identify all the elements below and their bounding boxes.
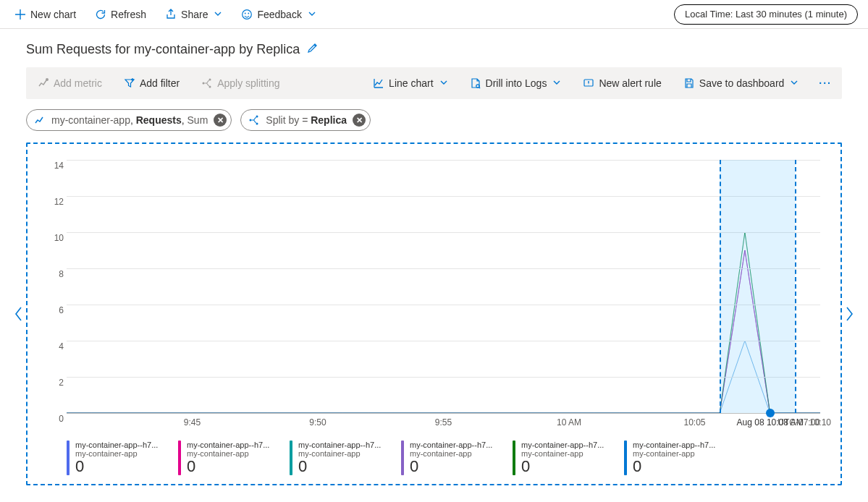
y-tick: 4: [42, 341, 64, 352]
time-range-picker[interactable]: Local Time: Last 30 minutes (1 minute): [674, 4, 858, 25]
split-chip-text: Split by = Replica: [266, 114, 347, 126]
chevron-down-icon: [214, 9, 222, 20]
metric-chip[interactable]: my-container-app, Requests, Sum ✕: [26, 109, 232, 131]
legend-series-name: my-container-app--h7...: [298, 441, 381, 449]
add-metric-label: Add metric: [54, 77, 102, 89]
alert-icon: [583, 77, 594, 89]
legend-series-name: my-container-app--h7...: [410, 441, 492, 449]
apply-splitting-button[interactable]: Apply splitting: [197, 72, 284, 95]
svg-point-10: [256, 116, 258, 118]
drill-logs-button[interactable]: Drill into Logs: [465, 72, 566, 95]
plus-icon: [14, 9, 26, 20]
save-dashboard-label: Save to dashboard: [699, 77, 785, 89]
feedback-label: Feedback: [257, 9, 301, 20]
legend: my-container-app--h7...my-container-app0…: [67, 441, 820, 475]
scroll-right-button[interactable]: [842, 142, 856, 485]
chevron-down-icon: [439, 77, 448, 89]
chart-toolbar: Add metric Add filter Apply splitting Li…: [26, 67, 842, 99]
legend-series-name: my-container-app--h7...: [633, 441, 715, 449]
legend-item[interactable]: my-container-app--h7...my-container-app0: [401, 441, 501, 475]
svg-point-9: [250, 119, 252, 122]
new-alert-button[interactable]: New alert rule: [578, 72, 665, 95]
chart-stage: 02468101214 UTC-07:00 9:459:509:5510 AM1…: [12, 142, 856, 485]
y-tick: 2: [42, 378, 64, 388]
metric-chip-text: my-container-app, Requests, Sum: [51, 114, 208, 126]
chart-series: [67, 160, 820, 413]
legend-series-name: my-container-app--h7...: [187, 441, 269, 449]
logs-icon: [470, 77, 481, 89]
svg-point-1: [245, 12, 246, 14]
y-axis: 02468101214: [42, 160, 64, 413]
x-tick: 10:10: [809, 417, 831, 427]
smiley-icon: [241, 9, 253, 20]
time-brush[interactable]: [720, 160, 795, 413]
refresh-label: Refresh: [111, 9, 146, 20]
legend-resource-name: my-container-app: [187, 449, 269, 458]
legend-swatch: [513, 441, 515, 475]
more-options-button[interactable]: ···: [816, 77, 835, 89]
y-tick: 14: [42, 161, 64, 171]
x-tick: 10 AM: [557, 417, 581, 427]
plot-area[interactable]: 02468101214: [67, 160, 820, 413]
chart-panel[interactable]: 02468101214 UTC-07:00 9:459:509:5510 AM1…: [26, 142, 842, 485]
legend-item[interactable]: my-container-app--h7...my-container-app0: [290, 441, 389, 475]
legend-resource-name: my-container-app: [521, 449, 604, 458]
legend-item[interactable]: my-container-app--h7...my-container-app0: [624, 441, 724, 475]
y-tick: 10: [42, 233, 64, 243]
svg-point-11: [256, 123, 258, 125]
share-button[interactable]: Share: [161, 3, 227, 26]
chevron-down-icon: [552, 77, 561, 89]
legend-item[interactable]: my-container-app--h7...my-container-app0: [67, 441, 167, 475]
legend-value: 0: [75, 458, 158, 475]
filter-icon: [124, 77, 135, 89]
legend-swatch: [290, 441, 292, 475]
split-chip[interactable]: Split by = Replica ✕: [240, 109, 371, 131]
svg-point-6: [209, 86, 211, 88]
legend-series-name: my-container-app--h7...: [75, 441, 158, 449]
svg-point-2: [248, 12, 250, 14]
x-axis: UTC-07:00 9:459:509:5510 AM10:0510:10Aug…: [67, 417, 820, 436]
scroll-left-button[interactable]: [12, 142, 26, 485]
line-chart-icon: [373, 77, 384, 89]
legend-swatch: [401, 441, 404, 475]
legend-resource-name: my-container-app: [633, 449, 715, 458]
feedback-button[interactable]: Feedback: [237, 3, 320, 26]
legend-value: 0: [633, 458, 715, 475]
legend-value: 0: [410, 458, 492, 475]
legend-swatch: [624, 441, 627, 475]
add-filter-button[interactable]: Add filter: [119, 72, 184, 95]
drill-logs-label: Drill into Logs: [486, 77, 547, 89]
chart-type-label: Line chart: [389, 77, 433, 89]
x-tick: 9:55: [435, 417, 452, 427]
legend-value: 0: [521, 458, 604, 475]
metric-icon: [38, 77, 49, 89]
time-annotation: Aug 08 10:08 AM: [737, 417, 804, 427]
legend-item[interactable]: my-container-app--h7...my-container-app0: [513, 441, 612, 475]
legend-item[interactable]: my-container-app--h7...my-container-app0: [178, 441, 278, 475]
legend-resource-name: my-container-app: [410, 449, 492, 458]
new-chart-button[interactable]: New chart: [10, 3, 80, 26]
svg-point-4: [203, 82, 205, 85]
y-tick: 8: [42, 269, 64, 279]
legend-swatch: [178, 441, 181, 475]
svg-point-0: [243, 9, 252, 19]
legend-value: 0: [298, 458, 381, 475]
refresh-button[interactable]: Refresh: [90, 3, 151, 26]
edit-title-button[interactable]: [307, 42, 319, 57]
legend-value: 0: [187, 458, 269, 475]
y-tick: 12: [42, 197, 64, 207]
remove-chip-button[interactable]: ✕: [214, 114, 227, 127]
x-tick: 10:05: [683, 417, 705, 427]
add-metric-button[interactable]: Add metric: [33, 72, 106, 95]
chart-type-dropdown[interactable]: Line chart: [368, 72, 452, 95]
split-icon: [201, 77, 213, 89]
apply-splitting-label: Apply splitting: [217, 77, 279, 89]
new-alert-label: New alert rule: [599, 77, 661, 89]
data-point-marker[interactable]: [766, 409, 775, 417]
save-icon: [683, 77, 695, 89]
remove-chip-button[interactable]: ✕: [353, 114, 366, 127]
svg-point-5: [209, 79, 211, 81]
add-filter-label: Add filter: [140, 77, 180, 89]
save-dashboard-button[interactable]: Save to dashboard: [679, 72, 804, 95]
split-icon: [248, 114, 260, 126]
